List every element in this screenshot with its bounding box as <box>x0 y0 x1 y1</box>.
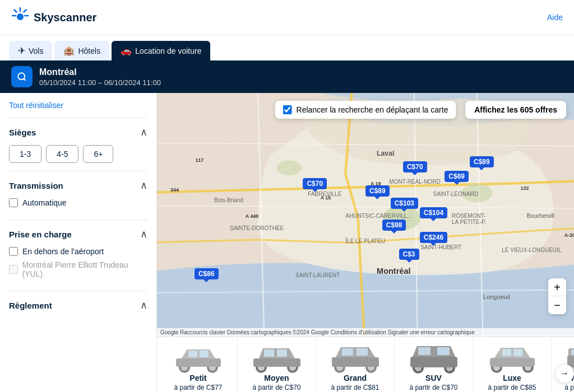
search-dates: 05/10/2024 11:00 – 06/10/2024 11:00 <box>39 78 161 87</box>
svg-text:132: 132 <box>521 185 529 191</box>
car-card-petit[interactable]: Petit à partir de C$77 <box>159 337 238 392</box>
car-cards-next-button[interactable]: → <box>555 364 574 383</box>
main-content: Tout réinitialiser Sièges ∧ 1-3 4-5 6+ T… <box>0 93 574 392</box>
svg-rect-53 <box>332 357 379 367</box>
map-svg: Laval Bois-Briand SAINTE-DOROTHÉE FABREV… <box>157 93 574 337</box>
svg-text:Bouchervill: Bouchervill <box>527 213 554 219</box>
search-city: Montréal <box>39 67 161 77</box>
car-image-suv <box>406 343 462 374</box>
car-price-suv: à partir de C$70 <box>409 384 457 391</box>
car-image-luxe <box>484 343 540 374</box>
svg-point-0 <box>17 13 24 20</box>
svg-rect-60 <box>410 357 457 367</box>
filter-reglement-header[interactable]: Règlement ∧ <box>9 299 147 311</box>
svg-line-4 <box>15 10 17 12</box>
seats-1-3[interactable]: 1-3 <box>9 145 41 163</box>
arrow-right-icon: → <box>560 368 569 379</box>
car-card-moyen[interactable]: Moyen à partir de C$70 <box>238 337 316 392</box>
map-checkbox-label: Relancer la recherche en déplaçant la ca… <box>297 105 448 114</box>
zoom-in-button[interactable]: + <box>548 278 566 296</box>
price-pin-3[interactable]: C$3 <box>399 249 419 260</box>
zoom-out-button[interactable]: − <box>548 296 566 314</box>
car-price-petit: à partir de C$77 <box>174 384 222 391</box>
car-type-suv: SUV <box>425 374 442 382</box>
filter-transmission: Transmission ∧ Automatique <box>9 171 147 220</box>
svg-text:A 15: A 15 <box>321 195 331 200</box>
seats-buttons: 1-3 4-5 6+ <box>9 145 147 163</box>
svg-rect-68 <box>502 349 511 356</box>
filter-sieges-header[interactable]: Sièges ∧ <box>9 126 147 138</box>
price-pin-104[interactable]: C$104 <box>420 207 447 218</box>
prise-yul-label: Montréal Pierre Elliott Trudeau (YUL) <box>22 260 147 278</box>
logo: Skyscanner <box>11 7 96 28</box>
svg-text:SAINT-LAURENT: SAINT-LAURENT <box>295 272 340 278</box>
prise-yul-item: Montréal Pierre Elliott Trudeau (YUL) <box>9 260 147 278</box>
tab-location[interactable]: 🚗 Location de voiture <box>112 41 210 60</box>
svg-text:Laval: Laval <box>377 150 394 157</box>
svg-text:A 440: A 440 <box>246 213 258 219</box>
tab-vols[interactable]: ✈ Vols <box>9 41 52 60</box>
svg-rect-67 <box>490 358 535 367</box>
filter-transmission-title: Transmission <box>9 181 63 190</box>
filter-reglement: Règlement ∧ <box>9 291 147 326</box>
map-attribution: Google Raccourcis clavier Données cartog… <box>157 328 574 337</box>
car-image-petit <box>170 343 226 374</box>
car-price-grand: à partir de C$81 <box>331 384 379 391</box>
svg-text:AHUNTSIC-CARERVILL...: AHUNTSIC-CARERVILL... <box>345 213 411 219</box>
seats-4-5[interactable]: 4-5 <box>46 145 78 163</box>
car-price-moyen: à partir de C$70 <box>252 384 300 391</box>
price-pin-89b[interactable]: C$89 <box>365 185 390 197</box>
reset-link[interactable]: Tout réinitialiser <box>9 101 147 110</box>
filter-transmission-header[interactable]: Transmission ∧ <box>9 179 147 192</box>
car-type-grand: Grand <box>344 374 367 382</box>
transmission-auto-checkbox[interactable] <box>9 198 18 207</box>
relocate-search-checkbox[interactable] <box>283 105 292 114</box>
car-card-luxe[interactable]: Luxe à partir de C$85 <box>473 337 552 392</box>
logo-text: Skyscanner <box>34 11 96 24</box>
svg-text:MONT-RÉAL-NORD: MONT-RÉAL-NORD <box>389 178 440 185</box>
car-card-suv[interactable]: SUV à partir de C$70 <box>395 337 473 392</box>
car-card-grand[interactable]: Grand à partir de C$81 <box>316 337 395 392</box>
svg-rect-40 <box>188 351 197 357</box>
svg-text:Montréal: Montréal <box>377 267 410 276</box>
prise-yul-checkbox <box>9 265 18 274</box>
seats-6plus[interactable]: 6+ <box>83 145 113 163</box>
car-icon: 🚗 <box>121 45 132 56</box>
search-info[interactable]: Montréal 05/10/2024 11:00 – 06/10/2024 1… <box>39 67 161 87</box>
car-type-petit: Petit <box>189 374 206 382</box>
price-pin-103[interactable]: C$103 <box>391 198 418 209</box>
header: Skyscanner Aide <box>0 0 574 35</box>
map-container[interactable]: Laval Bois-Briand SAINTE-DOROTHÉE FABREV… <box>157 93 574 337</box>
price-pin-70a[interactable]: C$70 <box>403 161 427 172</box>
tab-hotels[interactable]: 🏨 Hôtels <box>54 41 109 60</box>
filter-prise-header[interactable]: Prise en charge ∧ <box>9 228 147 240</box>
car-image-moyen <box>249 343 305 374</box>
logo-icon <box>11 7 29 28</box>
search-button[interactable] <box>11 66 33 87</box>
filter-sieges: Sièges ∧ 1-3 4-5 6+ <box>9 118 147 171</box>
car-type-luxe: Luxe <box>503 374 521 382</box>
svg-point-11 <box>277 160 302 175</box>
price-pin-69[interactable]: C$69 <box>445 171 469 182</box>
filter-prise-title: Prise en charge <box>9 230 72 239</box>
price-pin-246[interactable]: C$246 <box>420 232 447 243</box>
svg-rect-69 <box>513 349 522 356</box>
chevron-up-icon-2: ∧ <box>140 179 147 192</box>
transmission-auto-label: Automatique <box>22 198 67 207</box>
prise-dehors-checkbox[interactable] <box>9 247 18 256</box>
svg-rect-61 <box>418 347 430 355</box>
help-link[interactable]: Aide <box>547 13 563 22</box>
price-pin-70b[interactable]: C$70 <box>303 178 327 189</box>
flights-icon: ✈ <box>18 45 25 56</box>
price-pin-89a[interactable]: C$89 <box>470 156 494 167</box>
car-type-moyen: Moyen <box>264 374 289 382</box>
svg-line-7 <box>24 78 25 80</box>
price-pin-98[interactable]: C$98 <box>382 220 406 231</box>
chevron-up-icon-4: ∧ <box>140 299 147 311</box>
svg-rect-55 <box>357 348 368 356</box>
offers-button[interactable]: Affichez les 605 offres <box>465 101 566 119</box>
price-pin-86[interactable]: C$86 <box>195 268 219 279</box>
prise-dehors-item: En dehors de l'aéroport <box>9 247 147 256</box>
svg-text:LE VIEUX-LONGUEUIL: LE VIEUX-LONGUEUIL <box>502 247 562 253</box>
car-image-grand <box>327 343 383 374</box>
